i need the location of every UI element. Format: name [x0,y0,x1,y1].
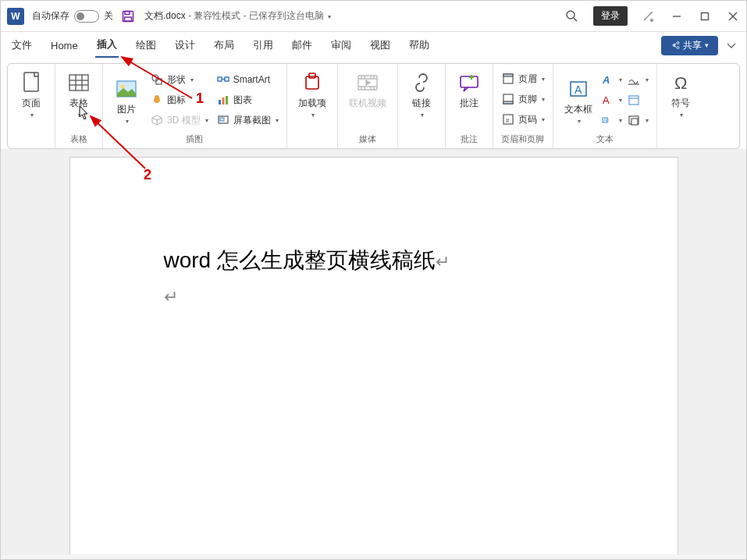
document-page[interactable]: word 怎么生成整页横线稿纸↵ ↵ [69,157,678,555]
share-button[interactable]: 共享▾ [661,36,718,55]
search-icon[interactable] [565,9,579,23]
link-icon [409,70,434,95]
tab-review[interactable]: 审阅 [329,34,353,57]
mic-sparkle-icon[interactable] [642,9,656,23]
chart-button[interactable]: 图表 [216,90,279,110]
link-button[interactable]: 链接 ▾ [406,69,437,120]
3d-models-button[interactable]: 3D 模型▾ [150,110,208,130]
group-addins: 加载项 ▾ [287,64,338,148]
login-button[interactable]: 登录 [593,6,628,26]
screenshot-icon [216,113,230,127]
svg-rect-24 [219,100,221,105]
svg-rect-1 [125,11,130,14]
header-icon [501,72,515,86]
page-number-button[interactable]: #页码▾ [501,109,545,129]
tab-design[interactable]: 设计 [173,34,197,57]
svg-rect-20 [156,79,162,84]
group-label-illustrations: 插图 [103,133,286,145]
signature-button[interactable]: ▾ [627,69,649,90]
group-links: 链接 ▾ [398,64,446,148]
group-page: 页面 ▾ [8,64,55,148]
ribbon-options-icon[interactable] [726,40,737,51]
chevron-down-icon: ▾ [126,118,129,125]
table-icon [66,70,91,95]
object-button[interactable]: ▾ [627,110,649,130]
svg-line-4 [574,18,577,21]
svg-rect-36 [503,74,513,76]
quickparts-button[interactable]: A≡▾ [600,110,622,130]
paragraph-mark-icon: ↵ [436,252,450,271]
ribbon-tabs: 文件 Home 插入 绘图 设计 布局 引用 邮件 审阅 视图 帮助 共享▾ [1,32,746,58]
tab-layout[interactable]: 布局 [212,34,236,57]
title-bar: W 自动保存 关 文档.docx - 兼容性模式 - 已保存到这台电脑 ▾ 登录 [1,1,746,32]
document-text: word 怎么生成整页横线稿纸 [164,248,436,272]
chart-icon [216,93,230,107]
document-area[interactable]: word 怎么生成整页横线稿纸↵ ↵ [1,149,746,555]
header-button[interactable]: 页眉▾ [501,69,545,89]
paragraph-mark-icon: ↵ [164,287,178,307]
quickparts-icon: A≡ [600,113,614,127]
svg-rect-2 [125,17,132,21]
smartart-button[interactable]: SmartArt [216,69,279,90]
maximize-icon[interactable] [698,9,712,23]
comment-icon [457,70,482,95]
group-illustrations: 图片 ▾ 形状▾ 图标 3D 模型▾ SmartArt 图表 屏幕截图▾ 插图 [103,64,287,148]
screenshot-button[interactable]: 屏幕截图▾ [216,110,279,130]
svg-text:A: A [602,74,610,86]
group-label-media: 媒体 [338,133,397,145]
group-label-table: 表格 [55,133,102,145]
picture-icon [114,76,139,101]
3d-icon [150,113,164,127]
date-button[interactable] [627,90,649,110]
icons-button[interactable]: 图标 [150,90,208,110]
addins-button[interactable]: 加载项 ▾ [295,69,329,120]
dropcap-button[interactable]: A▾ [600,90,622,110]
close-icon[interactable] [726,9,740,23]
group-label-text: 文本 [553,133,656,145]
tab-view[interactable]: 视图 [368,34,392,57]
group-header-footer: 页眉▾ 页脚▾ #页码▾ 页眉和页脚 [493,64,553,148]
svg-rect-11 [24,73,38,91]
ribbon: 页面 ▾ 表格 ▾ 表格 图片 ▾ 形状▾ 图标 3D 模型▾ SmartArt… [1,58,746,149]
picture-button[interactable]: 图片 ▾ [111,75,142,126]
dropcap-icon: A [600,93,614,107]
textbox-button[interactable]: A 文本框 ▾ [561,75,596,126]
group-label-headerfooter: 页眉和页脚 [493,133,553,145]
shapes-icon [150,73,164,87]
shapes-button[interactable]: 形状▾ [150,69,208,90]
cursor-icon [79,105,90,119]
date-icon [627,93,641,107]
symbol-button[interactable]: Ω 符号 ▾ [665,69,696,120]
tab-references[interactable]: 引用 [251,34,275,57]
video-icon [355,70,380,95]
footer-button[interactable]: 页脚▾ [501,89,545,109]
svg-text:#: # [506,117,510,124]
tab-home[interactable]: Home [49,35,80,56]
online-video-button[interactable]: 联机视频 [346,69,390,112]
toggle-switch-icon[interactable] [74,10,99,23]
tab-draw[interactable]: 绘图 [134,34,158,57]
tab-mailings[interactable]: 邮件 [290,34,314,57]
signature-icon [627,73,641,87]
svg-rect-38 [503,101,513,104]
save-icon[interactable] [121,9,135,23]
svg-rect-12 [69,75,88,90]
wordart-button[interactable]: A▾ [600,69,622,90]
comment-button[interactable]: 批注 [454,69,485,112]
svg-text:A: A [574,83,582,96]
tab-insert[interactable]: 插入 [95,33,119,58]
svg-rect-30 [309,73,315,78]
chevron-down-icon: ▾ [30,112,34,119]
group-symbols: Ω 符号 ▾ [657,64,704,148]
autosave-toggle[interactable]: 自动保存 关 [32,9,113,23]
svg-point-19 [152,75,158,81]
minimize-icon[interactable] [670,9,684,23]
svg-rect-48 [629,96,639,105]
svg-rect-51 [631,119,638,125]
group-label-comments: 批注 [446,133,493,145]
page-button[interactable]: 页面 ▾ [16,69,47,120]
tab-help[interactable]: 帮助 [407,34,431,57]
icons-icon [150,93,164,107]
symbol-icon: Ω [668,70,693,95]
tab-file[interactable]: 文件 [10,34,34,57]
